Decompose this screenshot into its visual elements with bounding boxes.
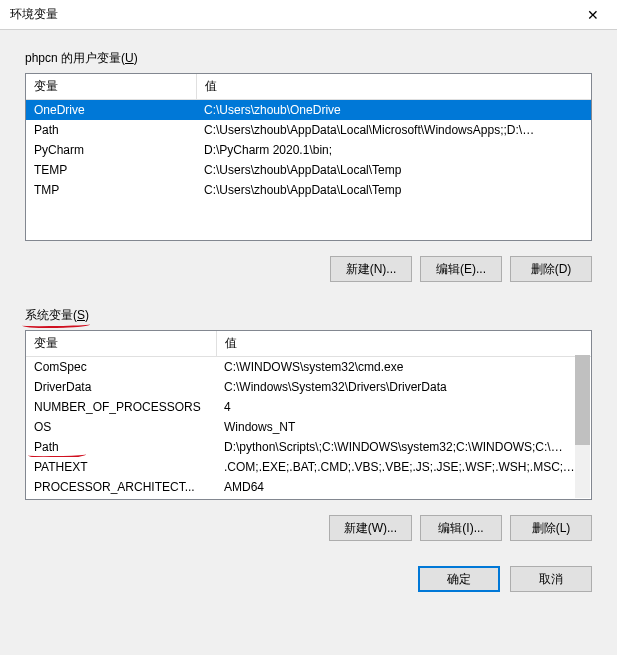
- variable-name: PROCESSOR_ARCHITECT...: [26, 477, 216, 497]
- variable-value: C:\Users\zhoub\AppData\Local\Temp: [196, 180, 591, 200]
- user-new-button[interactable]: 新建(N)...: [330, 256, 412, 282]
- table-row[interactable]: PathC:\Users\zhoub\AppData\Local\Microso…: [26, 120, 591, 140]
- dialog-content: phpcn 的用户变量(U) 变量 值 OneDriveC:\Users\zho…: [0, 30, 617, 556]
- variable-value: D:\PyCharm 2020.1\bin;: [196, 140, 591, 160]
- table-row[interactable]: ComSpecC:\WINDOWS\system32\cmd.exe: [26, 357, 591, 378]
- user-vars-table[interactable]: 变量 值 OneDriveC:\Users\zhoub\OneDrivePath…: [25, 73, 592, 241]
- cancel-button[interactable]: 取消: [510, 566, 592, 592]
- close-icon[interactable]: ✕: [579, 5, 607, 25]
- variable-value: C:\Users\zhoub\AppData\Local\Temp: [196, 160, 591, 180]
- variable-name: NUMBER_OF_PROCESSORS: [26, 397, 216, 417]
- table-row[interactable]: NUMBER_OF_PROCESSORS4: [26, 397, 591, 417]
- variable-value: C:\Windows\System32\Drivers\DriverData: [216, 377, 591, 397]
- variable-name: PATHEXT: [26, 457, 216, 477]
- user-edit-button[interactable]: 编辑(E)...: [420, 256, 502, 282]
- variable-name: ComSpec: [26, 357, 216, 378]
- col-header-value[interactable]: 值: [196, 74, 591, 100]
- system-vars-label: 系统变量(S): [25, 307, 89, 324]
- table-row[interactable]: OneDriveC:\Users\zhoub\OneDrive: [26, 100, 591, 121]
- variable-value: Windows_NT: [216, 417, 591, 437]
- col-header-name[interactable]: 变量: [26, 331, 216, 357]
- dialog-buttons: 确定 取消: [0, 556, 617, 608]
- variable-value: C:\Users\zhoub\AppData\Local\Microsoft\W…: [196, 120, 591, 140]
- col-header-value[interactable]: 值: [216, 331, 591, 357]
- variable-name: OS: [26, 417, 216, 437]
- variable-value: C:\WINDOWS\system32\cmd.exe: [216, 357, 591, 378]
- variable-name: Path: [26, 437, 216, 457]
- variable-name: PyCharm: [26, 140, 196, 160]
- system-edit-button[interactable]: 编辑(I)...: [420, 515, 502, 541]
- variable-name: TMP: [26, 180, 196, 200]
- table-row[interactable]: DriverDataC:\Windows\System32\Drivers\Dr…: [26, 377, 591, 397]
- variable-value: .COM;.EXE;.BAT;.CMD;.VBS;.VBE;.JS;.JSE;.…: [216, 457, 591, 477]
- user-button-row: 新建(N)... 编辑(E)... 删除(D): [25, 256, 592, 282]
- user-delete-button[interactable]: 删除(D): [510, 256, 592, 282]
- ok-button[interactable]: 确定: [418, 566, 500, 592]
- variable-value: D:\python\Scripts\;C:\WINDOWS\system32;C…: [216, 437, 591, 457]
- variable-value: 4: [216, 397, 591, 417]
- window-title: 环境变量: [10, 6, 58, 23]
- table-row[interactable]: PathD:\python\Scripts\;C:\WINDOWS\system…: [26, 437, 591, 457]
- table-row[interactable]: PyCharmD:\PyCharm 2020.1\bin;: [26, 140, 591, 160]
- variable-name: DriverData: [26, 377, 216, 397]
- table-row[interactable]: PROCESSOR_ARCHITECT...AMD64: [26, 477, 591, 497]
- system-vars-table[interactable]: 变量 值 ComSpecC:\WINDOWS\system32\cmd.exeD…: [25, 330, 592, 500]
- scrollbar-thumb[interactable]: [575, 355, 590, 445]
- variable-name: OneDrive: [26, 100, 196, 121]
- table-row[interactable]: OSWindows_NT: [26, 417, 591, 437]
- table-row[interactable]: TMPC:\Users\zhoub\AppData\Local\Temp: [26, 180, 591, 200]
- scrollbar[interactable]: [575, 355, 590, 498]
- system-button-row: 新建(W)... 编辑(I)... 删除(L): [25, 515, 592, 541]
- table-row[interactable]: TEMPC:\Users\zhoub\AppData\Local\Temp: [26, 160, 591, 180]
- variable-name: TEMP: [26, 160, 196, 180]
- table-row[interactable]: PATHEXT.COM;.EXE;.BAT;.CMD;.VBS;.VBE;.JS…: [26, 457, 591, 477]
- system-new-button[interactable]: 新建(W)...: [329, 515, 412, 541]
- col-header-name[interactable]: 变量: [26, 74, 196, 100]
- variable-name: Path: [26, 120, 196, 140]
- titlebar: 环境变量 ✕: [0, 0, 617, 30]
- system-delete-button[interactable]: 删除(L): [510, 515, 592, 541]
- variable-value: C:\Users\zhoub\OneDrive: [196, 100, 591, 121]
- variable-value: AMD64: [216, 477, 591, 497]
- user-vars-label: phpcn 的用户变量(U): [25, 50, 138, 67]
